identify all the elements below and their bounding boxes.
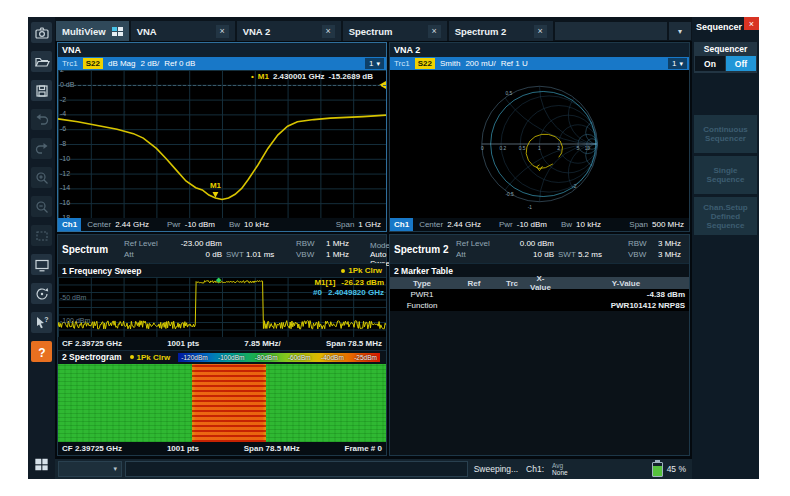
colorbar-label: -25dBm	[354, 354, 377, 361]
chevron-down-icon: ▾	[376, 60, 380, 68]
close-icon[interactable]: ×	[534, 25, 547, 38]
vna2-channel-footer[interactable]: Ch1 Center2.44 GHz Pwr-10 dBm Bw10 kHz S…	[390, 218, 689, 231]
svg-text:0.2: 0.2	[500, 146, 507, 151]
channel-chip: Ch1	[58, 218, 81, 231]
tab-label: VNA	[137, 26, 157, 37]
close-icon[interactable]: ×	[428, 25, 441, 38]
sequencer-off-button[interactable]: Off	[726, 56, 756, 71]
vna-channel-footer[interactable]: Ch1 Center2.44 GHz Pwr-10 dBm Bw10 kHz S…	[58, 218, 386, 231]
redo-button[interactable]	[31, 138, 52, 159]
smith-chart-plot[interactable]: 00.20.5125100.5-0.5-1-2	[390, 70, 689, 218]
close-icon[interactable]: ×	[322, 25, 335, 38]
touch-gesture-button[interactable]	[31, 283, 52, 304]
camera-icon	[34, 25, 50, 41]
selection-button[interactable]	[31, 225, 52, 246]
tab-spectrum[interactable]: Spectrum ×	[343, 21, 447, 41]
y-axis-label: 0 dB	[60, 81, 74, 88]
tab-spectrum2[interactable]: Spectrum 2 ×	[449, 21, 553, 41]
spectrogram-plot[interactable]	[58, 364, 386, 442]
svg-text:0.5: 0.5	[519, 146, 526, 151]
single-sequence-softkey[interactable]: Single Sequence	[694, 156, 757, 194]
tab-overflow-area	[555, 22, 667, 40]
display-icon	[34, 257, 50, 273]
spectrum2-settings-grid: Ref Level 0.00 dBm RBW 3 MHz Att 10 dB S…	[456, 238, 726, 260]
svg-text:?: ?	[38, 345, 45, 359]
window-select-dropdown[interactable]: 1 ▾	[365, 58, 384, 69]
left-toolbar: ? ?	[28, 17, 55, 479]
sequencer-on-button[interactable]: On	[695, 56, 725, 71]
battery-percent: 45 %	[667, 464, 686, 474]
window-select-dropdown[interactable]: 1 ▾	[668, 58, 687, 69]
screenshot-button[interactable]	[31, 22, 52, 43]
tab-overflow-caret-icon[interactable]: ▾	[669, 22, 691, 40]
sequencer-softkey-label: Sequencer	[694, 42, 757, 56]
svg-text:5: 5	[577, 146, 580, 151]
help-button[interactable]: ?	[31, 341, 52, 362]
spectrum-settings-header[interactable]: Spectrum Ref Level -23.00 dBm RBW 1 MHz …	[58, 235, 386, 263]
save-button[interactable]	[31, 80, 52, 101]
context-help-button[interactable]: ?	[31, 312, 52, 333]
tab-label: VNA 2	[243, 26, 271, 37]
tab-multiview[interactable]: MultiView	[56, 21, 129, 41]
status-dropdown[interactable]: ▾	[58, 461, 122, 477]
touch-gesture-icon	[34, 286, 50, 302]
window-vna[interactable]: VNA Trc1 S22 dB Mag 2 dB/ Ref 0 dB 1 ▾ 2…	[57, 42, 387, 232]
close-panel-button[interactable]: ×	[744, 17, 759, 30]
vna-trace-plot[interactable]: 20 dB-2-4-6-8-10-12-14-16-18 • M1 2.4300…	[58, 70, 386, 218]
continuous-sequencer-softkey[interactable]: Continuous Sequencer	[694, 115, 757, 153]
undo-arrow-icon	[34, 112, 50, 128]
marker-table[interactable]: Type Ref Trc X-Value Y-Value PWR1 -4.38 …	[390, 277, 689, 311]
tab-vna[interactable]: VNA ×	[131, 21, 235, 41]
svg-text:?: ?	[44, 316, 48, 323]
marker-table-row[interactable]: PWR1 -4.38 dBm	[390, 289, 689, 300]
sweep-status-group: Sweeping... Ch1: Avg None	[474, 462, 568, 476]
ref-level-arrow-icon	[379, 81, 386, 89]
display-setup-button[interactable]	[31, 254, 52, 275]
window-spectrum[interactable]: Spectrum Ref Level -23.00 dBm RBW 1 MHz …	[57, 234, 387, 456]
chevron-down-icon: ▾	[113, 465, 117, 473]
svg-text:-1: -1	[528, 205, 533, 210]
svg-text:-0.5: -0.5	[505, 192, 514, 197]
marker-table-row[interactable]: Function PWR101412 NRP8S	[390, 300, 689, 311]
spectrum2-empty-area	[390, 311, 689, 455]
marker-m1-label: M1	[210, 181, 221, 190]
pointer-help-icon: ?	[34, 315, 50, 331]
save-icon	[34, 83, 50, 99]
y-axis-label: -2	[60, 96, 66, 103]
window-vna2[interactable]: VNA 2 Trc1 S22 Smith 200 mU/ Ref 1 U 1 ▾	[389, 42, 690, 232]
svg-text:-2: -2	[572, 184, 577, 189]
average-indicator: Avg None	[552, 462, 568, 476]
s-parameter-chip: S22	[83, 58, 103, 69]
windows-logo-icon	[33, 456, 50, 473]
zoom-off-button[interactable]	[31, 196, 52, 217]
marker-bullet-icon: •	[251, 72, 254, 81]
y-axis-label: -16	[60, 199, 70, 206]
vna2-window-title: VNA 2	[390, 43, 689, 57]
trace-1pk-clrw-label: 1Pk Clrw	[341, 266, 382, 275]
chan-setup-defined-sequence-softkey[interactable]: Chan.Setup Defined Sequence	[694, 197, 757, 235]
frequency-sweep-plot[interactable]: -50 dBm-100 dBm ◆ M1[1]-26.23 dBm #02.40…	[58, 277, 386, 337]
tab-vna2[interactable]: VNA 2 ×	[237, 21, 341, 41]
window-spectrum2[interactable]: Spectrum 2 Ref Level 0.00 dBm RBW 3 MHz …	[389, 234, 690, 456]
y-axis-label: -8	[60, 140, 66, 147]
windows-start-button[interactable]	[31, 454, 52, 475]
tab-label: Spectrum 2	[455, 26, 507, 37]
close-icon[interactable]: ×	[216, 25, 229, 38]
undo-button[interactable]	[31, 109, 52, 130]
y-axis-label: -14	[60, 185, 70, 192]
y-axis-label: 2	[60, 70, 64, 73]
instrument-app: ? ? MultiView VNA × VNA 2 × Spectru	[28, 17, 759, 479]
sequencer-panel: × Sequencer Sequencer On Off Continuous …	[692, 17, 759, 479]
vna-trace-settings-bar[interactable]: Trc1 S22 dB Mag 2 dB/ Ref 0 dB 1 ▾	[58, 57, 386, 70]
zoom-button[interactable]	[31, 167, 52, 188]
open-file-button[interactable]	[31, 51, 52, 72]
trace-format: dB Mag	[108, 59, 136, 68]
trace-format: Smith	[440, 59, 460, 68]
redo-arrow-icon	[34, 141, 50, 157]
chevron-down-icon: ▾	[679, 60, 683, 68]
spectrum2-settings-header[interactable]: Spectrum 2 Ref Level 0.00 dBm RBW 3 MHz …	[390, 235, 689, 263]
zoom-off-magnifier-icon	[34, 199, 50, 215]
trace-1pk-clrw-label: 1Pk Clrw	[130, 353, 171, 362]
status-message-field[interactable]	[125, 461, 468, 477]
vna2-trace-settings-bar[interactable]: Trc1 S22 Smith 200 mU/ Ref 1 U 1 ▾	[390, 57, 689, 70]
